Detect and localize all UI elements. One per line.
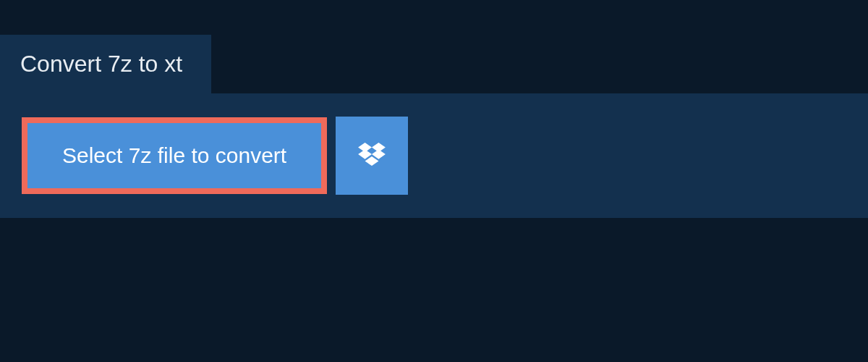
tab-title: Convert 7z to xt bbox=[20, 51, 182, 77]
select-file-highlight: Select 7z file to convert bbox=[22, 117, 327, 194]
dropbox-button[interactable] bbox=[336, 117, 408, 195]
select-file-label: Select 7z file to convert bbox=[62, 143, 286, 167]
conversion-tab[interactable]: Convert 7z to xt bbox=[0, 35, 211, 93]
dropbox-icon bbox=[358, 143, 386, 169]
select-file-button[interactable]: Select 7z file to convert bbox=[27, 123, 321, 188]
upload-panel: Select 7z file to convert bbox=[0, 93, 868, 218]
